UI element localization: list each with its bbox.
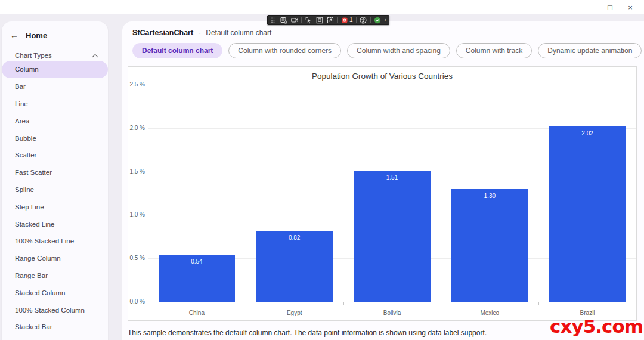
back-arrow-icon[interactable]: ← xyxy=(10,30,26,40)
chip-dynamic-update-animation[interactable]: Dynamic update animation xyxy=(538,43,642,58)
home-label: Home xyxy=(26,31,47,40)
widget-inspector-icon[interactable] xyxy=(280,16,287,24)
sidebar-item-bar[interactable]: Bar xyxy=(2,78,108,95)
y-axis-tick-label: 1.0 % xyxy=(128,211,145,218)
camera-icon[interactable] xyxy=(290,16,298,24)
x-axis-tick xyxy=(343,302,344,305)
x-axis-tick xyxy=(441,302,441,305)
x-axis-tick xyxy=(148,302,148,305)
chip-column-with-track[interactable]: Column with track xyxy=(456,43,532,58)
sidebar-item-column[interactable]: Column xyxy=(2,61,108,78)
sidebar-item-100-stacked-column[interactable]: 100% Stacked Column xyxy=(2,301,108,319)
select-widget-mode-icon[interactable] xyxy=(305,16,312,24)
data-label: 1.30 xyxy=(451,193,528,199)
column-bar-mexico: 1.30 xyxy=(451,189,528,302)
sidebar: ← Home Chart Types ColumnBarLineAreaBubb… xyxy=(2,21,108,340)
sidebar-item-step-line[interactable]: Step Line xyxy=(2,198,108,215)
sidebar-home-row[interactable]: ← Home xyxy=(2,27,108,43)
accessibility-icon[interactable] xyxy=(360,16,367,24)
x-axis-tick xyxy=(538,302,539,305)
breadcrumb-primary: SfCartesianChart xyxy=(132,29,193,37)
resize-frame-icon[interactable] xyxy=(326,16,334,24)
column-bar-brazil: 2.02 xyxy=(549,126,626,302)
maximize-button[interactable]: □ xyxy=(600,1,620,14)
sidebar-item-bubble[interactable]: Bubble xyxy=(2,129,108,147)
x-axis-category-label: China xyxy=(148,310,246,316)
x-axis-line xyxy=(148,302,636,302)
breadcrumb: SfCartesianChart - Default column chart xyxy=(132,29,271,37)
column-bar-china: 0.54 xyxy=(159,255,235,302)
data-label: 0.54 xyxy=(159,258,235,265)
y-axis-tick-label: 0.5 % xyxy=(128,255,145,261)
y-axis-tick-label: 0.0 % xyxy=(128,298,145,305)
data-label: 1.51 xyxy=(354,174,431,181)
column-bar-bolivia: 1.51 xyxy=(354,171,431,302)
sidebar-item-stacked-column[interactable]: Stacked Column xyxy=(2,284,108,301)
collapse-chevron-icon[interactable]: ‹ xyxy=(385,16,387,24)
drag-grip-icon[interactable] xyxy=(269,16,277,24)
chevron-up-icon xyxy=(92,54,98,60)
toolbar-separator xyxy=(337,17,338,23)
sample-description: This sample demonstrates the default col… xyxy=(128,329,487,337)
chart-types-section-header[interactable]: Chart Types xyxy=(2,49,108,62)
x-axis-category-label: Egypt xyxy=(246,310,343,316)
error-count-badge: 1 xyxy=(349,16,353,24)
sidebar-item-area[interactable]: Area xyxy=(2,112,108,129)
x-axis-tick xyxy=(246,302,246,305)
error-badge-icon[interactable] xyxy=(340,16,348,24)
toolbar-separator xyxy=(356,17,357,23)
sidebar-item-spline[interactable]: Spline xyxy=(2,181,108,199)
chart-types-label: Chart Types xyxy=(15,52,93,59)
chart-types-list: ColumnBarLineAreaBubbleScatterFast Scatt… xyxy=(2,61,108,336)
breadcrumb-secondary: Default column chart xyxy=(206,29,271,37)
debug-toolbar[interactable]: 1‹ xyxy=(267,15,389,25)
data-label: 2.02 xyxy=(549,130,626,137)
sidebar-item-scatter[interactable]: Scatter xyxy=(2,147,108,164)
sidebar-item-range-column[interactable]: Range Column xyxy=(2,250,108,267)
window-title-bar: – □ × xyxy=(0,0,644,14)
chart-card: Population Growth of Various Countries 2… xyxy=(128,66,637,321)
y-axis-tick-label: 2.0 % xyxy=(128,125,145,131)
show-guidelines-icon[interactable] xyxy=(315,16,323,24)
chip-column-width-and-spacing[interactable]: Column width and spacing xyxy=(347,43,450,58)
chart-title: Population Growth of Various Countries xyxy=(128,72,636,81)
x-axis-category-label: Mexico xyxy=(441,310,538,316)
chip-column-with-rounded-corners[interactable]: Column with rounded corners xyxy=(228,43,341,58)
sidebar-item-stacked-line[interactable]: Stacked Line xyxy=(2,215,108,233)
breadcrumb-separator: - xyxy=(199,29,201,37)
column-bar-egypt: 0.82 xyxy=(256,231,333,302)
sidebar-item-fast-scatter[interactable]: Fast Scatter xyxy=(2,164,108,181)
grid-line xyxy=(148,85,636,85)
toolbar-separator xyxy=(370,17,371,23)
sample-variant-chips: Default column chartColumn with rounded … xyxy=(132,43,642,58)
x-axis-category-label: Bolivia xyxy=(343,310,441,316)
sidebar-item-100-stacked-line[interactable]: 100% Stacked Line xyxy=(2,233,108,250)
chip-default-column-chart[interactable]: Default column chart xyxy=(132,43,222,58)
toolbar-separator xyxy=(301,17,302,23)
window-controls: – □ × xyxy=(580,0,640,14)
watermark-text: cxy5.com xyxy=(550,316,643,337)
data-label: 0.82 xyxy=(256,234,333,241)
sidebar-item-stacked-bar[interactable]: Stacked Bar xyxy=(2,319,108,336)
y-axis-tick-label: 1.5 % xyxy=(128,168,145,175)
status-ok-icon[interactable] xyxy=(374,16,382,24)
minimize-button[interactable]: – xyxy=(580,1,600,14)
x-axis-tick xyxy=(636,302,636,305)
close-button[interactable]: × xyxy=(620,1,640,14)
sidebar-item-line[interactable]: Line xyxy=(2,95,108,113)
y-axis-tick-label: 2.5 % xyxy=(128,81,145,88)
sidebar-item-range-bar[interactable]: Range Bar xyxy=(2,267,108,285)
